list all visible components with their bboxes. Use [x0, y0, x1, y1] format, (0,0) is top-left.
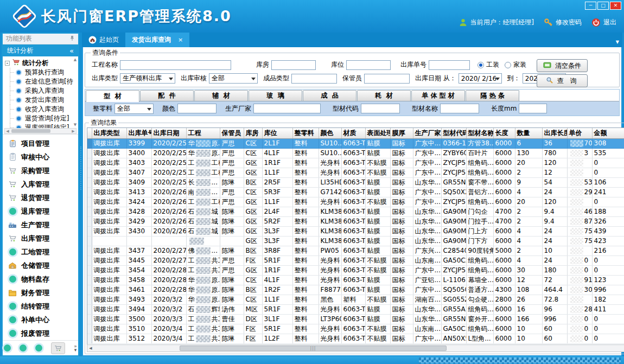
color-input[interactable] [177, 104, 217, 113]
scroll-right-icon[interactable]: ▶ [71, 129, 76, 133]
material-tab-4[interactable]: 成 品 [303, 90, 356, 101]
tab-overflow-icon[interactable]: ▼ [616, 40, 619, 44]
collapse-icon[interactable]: « [69, 47, 74, 55]
material-tab-5[interactable]: 耗 材 [357, 90, 411, 101]
column-header-9[interactable]: 材质 [341, 128, 365, 138]
column-header-1[interactable]: 出库单号 [126, 128, 151, 138]
cart-module-button[interactable] [51, 342, 65, 354]
column-header-0[interactable]: 出库类型 [92, 128, 126, 138]
table-row[interactable]: 调拨出库34932020/3/2华原...陈琳C区1L1F整料黑色塑料不贴膜国标… [87, 295, 624, 304]
search-button[interactable]: 查 询 [537, 74, 588, 87]
scroll-left-icon[interactable]: ◀ [5, 129, 10, 133]
minimize-button[interactable]: ─ [585, 2, 596, 10]
close-button[interactable]: ✕ [610, 2, 621, 10]
table-row[interactable]: 调拨出库34582020/2/28华原...陈琳C区4L1F整料光身料6063-… [87, 275, 624, 285]
sidebar-item-10[interactable]: 物料盘存 [3, 272, 78, 286]
date-from-select[interactable]: 2020/ 2/16 [459, 73, 502, 84]
column-header-3[interactable]: 工程 [186, 128, 220, 138]
table-row[interactable]: 调拨出库35102020/3/4工共工程陈琳F区5R1F整料光身料6063-T5… [87, 324, 624, 334]
column-header-5[interactable]: 库房 [244, 128, 262, 138]
radio-icon[interactable] [477, 62, 484, 68]
table-row[interactable]: 调拨出库34032020/2/25工工程严思G区1R1F整料光身料6063-T5… [87, 158, 624, 168]
keeper-input[interactable] [364, 74, 410, 84]
column-header-4[interactable]: 保管员 [220, 128, 244, 138]
tree-horizontal-scrollbar[interactable]: ◀ ▶ [4, 128, 77, 134]
tree-item-2[interactable]: 采购入库查询 [5, 86, 78, 95]
material-tab-0[interactable]: 型 材 [86, 90, 139, 102]
table-row[interactable]: 调拨出库34072020/2/25工工程严思G区1L1F整料光身料6063-T5… [87, 168, 624, 177]
close-tab-icon[interactable]: × [178, 36, 183, 43]
table-row[interactable]: 调拨出库34372020/2/27佛...陈琳B区3R8F整料PW056063-… [87, 246, 624, 256]
tree-vertical-scrollbar[interactable]: ▲▼ [73, 58, 78, 127]
column-header-6[interactable]: 库位 [262, 128, 292, 138]
tab-1[interactable]: 发货出库查询× [125, 33, 189, 47]
sidebar-item-2[interactable]: 采购管理 [3, 164, 78, 177]
table-row[interactable]: 调拨出库34282020/2/26石城陈琳G区2L4F整料KLM38176063… [87, 207, 624, 216]
sidebar-item-5[interactable]: 退库管理 [3, 205, 78, 218]
column-header-14[interactable]: 型材名称 [466, 128, 493, 138]
location-input[interactable] [346, 60, 391, 70]
table-row[interactable]: 调拨出库34942020/3/2石辉城汤伟M区5R1F整料光身料6063-T5贴… [87, 304, 624, 314]
column-header-17[interactable]: 出库长度 [542, 128, 567, 138]
table-row[interactable]: 调拨出库34612020/2/28华原...陈琳B区1R2F整料F8877FT6… [87, 285, 624, 295]
sidebar-item-1[interactable]: 审核中心 [3, 150, 78, 164]
column-header-10[interactable]: 表面处理 [365, 128, 390, 138]
table-row[interactable]: 调拨出库34132020/2/26南...严思C区5R3F整料G71422606… [87, 187, 624, 197]
radio-工装[interactable]: 工装 [477, 60, 505, 69]
tree-root[interactable]: - 统计分析 [5, 58, 78, 68]
material-tab-1[interactable]: 配 件 [140, 90, 194, 101]
whole-select[interactable]: 全部 [114, 104, 154, 114]
table-row[interactable]: 调拨出库34452020/2/27工共工程严思F区5R1F整料光身料6063-T… [87, 256, 624, 265]
tree-item-0[interactable]: 预算执行查询 [5, 68, 78, 77]
sidebar-item-6[interactable]: 生产管理 [3, 218, 78, 232]
expander-icon[interactable]: - [5, 61, 10, 66]
sidebar-item-14[interactable]: 报废管理 [3, 327, 78, 340]
material-tab-7[interactable]: 隔 热 条 [466, 90, 519, 101]
column-header-13[interactable]: 型材代码 [441, 128, 466, 138]
table-row[interactable]: 调拨出库35002020/3/3工共工程曹佳D区3L1F整料LT3P606063… [87, 314, 624, 324]
sidebar-item-7[interactable]: 出库管理 [3, 232, 78, 245]
change-password-button[interactable]: 修改密码 [544, 18, 582, 27]
sidebar-item-8[interactable]: 工地管理 [3, 245, 78, 259]
out-type-select[interactable]: 生产领料出库 [120, 73, 175, 84]
sidebar-item-11[interactable]: 财务管理 [3, 286, 78, 299]
material-tab-2[interactable]: 辅 材 [194, 90, 248, 101]
tree-item-5[interactable]: 退货查询[待定] [5, 114, 78, 123]
order-no-input[interactable] [429, 60, 470, 70]
column-header-7[interactable]: 整零料 [292, 128, 319, 138]
scroll-thumb[interactable] [11, 129, 50, 133]
sidebar-item-12[interactable]: 结转管理 [3, 299, 78, 313]
sidebar-item-9[interactable]: 仓储管理 [3, 259, 78, 272]
table-row[interactable]: G区3L3F整料KLM38176063-T5贴膜国标山东华...GA90M09.… [87, 236, 624, 246]
table-row[interactable]: 调拨出库34092020/2/25长...陈琳B区2R5F整料LI35HD606… [87, 177, 624, 187]
column-header-18[interactable]: 单价 [567, 128, 592, 138]
tree-item-3[interactable]: 发货出库查询 [5, 95, 78, 105]
logout-button[interactable]: 退出 [591, 18, 616, 27]
column-header-11[interactable]: 膜厚 [390, 128, 413, 138]
project-input[interactable] [120, 60, 231, 70]
name-input[interactable] [440, 104, 479, 113]
code-input[interactable] [361, 104, 400, 113]
column-header-16[interactable]: 数量 [515, 128, 542, 138]
sidebar-item-3[interactable]: 入库管理 [3, 177, 78, 191]
module-dot-icon[interactable] [4, 344, 11, 352]
clear-conditions-button[interactable]: 清空条件 [537, 59, 588, 72]
column-header-15[interactable]: 长度 [493, 128, 515, 138]
sidebar-item-4[interactable]: 退货管理 [3, 191, 78, 205]
column-header-8[interactable]: 颜色 [319, 128, 341, 138]
audit-select[interactable]: 全部 [209, 73, 258, 84]
module-dot-icon[interactable] [35, 344, 42, 352]
maximize-button[interactable]: □ [597, 2, 609, 10]
module-dot-icon[interactable] [20, 344, 27, 352]
radio-家装[interactable]: 家装 [505, 60, 532, 69]
manufacturer-input[interactable] [253, 104, 321, 113]
product-type-input[interactable] [291, 74, 337, 84]
table-row[interactable]: 调拨出库34292020/2/26石城陈琳G区5R2F整料KLM38176063… [87, 216, 624, 226]
scroll-thumb[interactable]: ||| [180, 346, 447, 351]
column-header-12[interactable]: 生产厂家 [413, 128, 441, 138]
tree-item-1[interactable]: 在途信息查询[待 [5, 77, 78, 86]
overflow-button[interactable]: »▾ [74, 344, 77, 352]
column-header-2[interactable]: 出库日期 [151, 128, 186, 138]
material-tab-3[interactable]: 玻 璃 [249, 90, 302, 101]
grid-horizontal-scrollbar[interactable]: ◀ ||| ▶ [87, 344, 624, 352]
